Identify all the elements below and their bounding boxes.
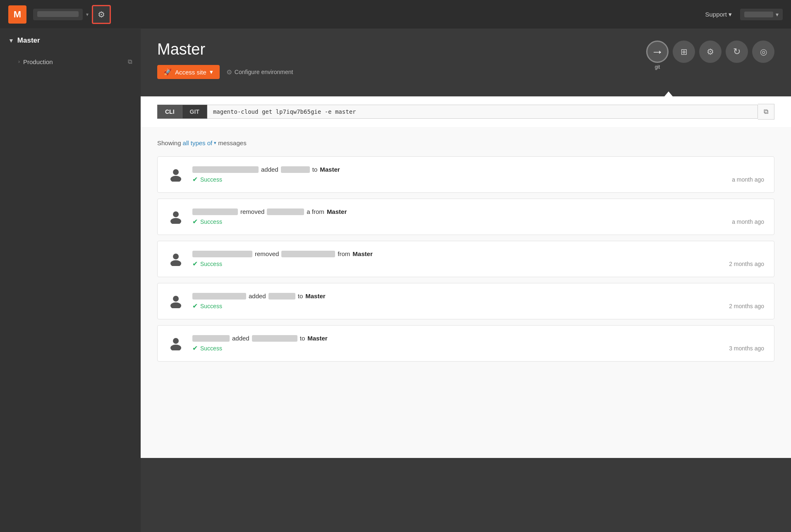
- settings-button[interactable]: ⚙: [92, 5, 111, 24]
- nav-project-name[interactable]: [33, 9, 83, 20]
- top-nav: M ▾ ⚙ Support ▾ ▾: [0, 0, 791, 29]
- activity-status: ✔ Success 2 months ago: [192, 260, 764, 268]
- svg-point-8: [173, 338, 179, 344]
- activity-time: 2 months ago: [729, 261, 764, 267]
- activity-status: ✔ Success 2 months ago: [192, 302, 764, 310]
- main-layout: ▼ Master › Production ⧉ Master 🚀 Access …: [0, 29, 791, 532]
- production-chevron-icon: ›: [18, 59, 20, 65]
- configure-environment-button[interactable]: ⚙ Configure environment: [226, 68, 293, 76]
- sidebar-item-master[interactable]: ▼ Master: [0, 29, 141, 52]
- header-actions: 🚀 Access site ▾ ⚙ Configure environment: [157, 65, 293, 79]
- avatar: [168, 166, 184, 182]
- activity-time: a month ago: [732, 218, 764, 225]
- svg-point-6: [173, 296, 179, 302]
- user-redacted: [192, 335, 230, 342]
- copy-icon: ⧉: [764, 108, 768, 115]
- success-check-icon: ✔: [192, 302, 198, 310]
- activity-status: ✔ Success a month ago: [192, 218, 764, 225]
- access-site-button[interactable]: 🚀 Access site ▾: [157, 65, 220, 79]
- showing-label: Showing all types of ▾ messages: [157, 139, 774, 146]
- sidebar-item-production[interactable]: › Production ⧉: [0, 52, 141, 71]
- configure-gear-icon: ⚙: [226, 68, 232, 76]
- activity-row: removed from Master ✔ Success 2 months a…: [157, 241, 774, 277]
- git-icon-button[interactable]: → git: [646, 41, 669, 63]
- activity-time: 2 months ago: [729, 303, 764, 309]
- content-area: Master 🚀 Access site ▾ ⚙ Configure envir…: [141, 29, 791, 532]
- copy-button[interactable]: ⧉: [758, 104, 774, 120]
- svg-point-3: [170, 218, 181, 224]
- logo: M: [8, 5, 26, 24]
- target-redacted: [268, 293, 295, 300]
- messages-area: Showing all types of ▾ messages added: [141, 127, 791, 458]
- nav-right: Support ▾ ▾: [705, 9, 783, 20]
- nav-project: ▾: [33, 9, 89, 20]
- target-redacted: [281, 166, 310, 173]
- target-redacted: [281, 251, 335, 257]
- avatar: [168, 292, 184, 309]
- filter-dropdown-icon[interactable]: ▾: [214, 140, 216, 146]
- activity-status: ✔ Success 3 months ago: [192, 344, 764, 352]
- svg-point-7: [170, 302, 181, 308]
- activity-content: removed from Master ✔ Success 2 months a…: [192, 250, 764, 268]
- activity-row: added to Master ✔ Success a month ago: [157, 156, 774, 193]
- all-types-filter[interactable]: all types of: [183, 139, 213, 146]
- svg-point-1: [170, 176, 181, 182]
- activity-main-line: added to Master: [192, 166, 764, 173]
- sidebar-production-label: Production: [23, 58, 53, 65]
- gear-icon: ⚙: [98, 10, 105, 19]
- success-check-icon: ✔: [192, 260, 198, 268]
- tab-cli[interactable]: CLI: [157, 105, 182, 119]
- svg-point-9: [170, 345, 181, 350]
- activity-row: removed a from Master ✔ Success a month …: [157, 199, 774, 235]
- logo-letter: M: [14, 9, 21, 20]
- avatar: [168, 250, 184, 267]
- access-site-chevron: ▾: [210, 68, 213, 76]
- activity-time: 3 months ago: [729, 345, 764, 352]
- activity-main-line: added to Master: [192, 335, 764, 342]
- success-check-icon: ✔: [192, 344, 198, 352]
- svg-point-5: [170, 260, 181, 266]
- success-check-icon: ✔: [192, 218, 198, 225]
- activity-content: added to Master ✔ Success 2 months ago: [192, 292, 764, 310]
- activity-main-line: added to Master: [192, 292, 764, 300]
- arrow-right-icon: →: [651, 45, 664, 59]
- git-caret: [664, 91, 673, 96]
- target-redacted: [252, 335, 297, 342]
- git-label: git: [655, 64, 660, 70]
- svg-point-0: [173, 169, 179, 175]
- git-caret-area: [141, 79, 791, 96]
- camera-icon: ◎: [760, 47, 767, 57]
- user-menu[interactable]: ▾: [740, 9, 783, 20]
- svg-point-2: [173, 211, 179, 217]
- activity-time: a month ago: [732, 176, 764, 183]
- activity-row: added to Master ✔ Success 2 months ago: [157, 283, 774, 319]
- header-right-icons: → git ⊞ ⚙ ↻ ◎: [646, 41, 774, 63]
- user-redacted: [192, 293, 246, 300]
- user-redacted: [192, 166, 259, 173]
- camera-icon-button[interactable]: ◎: [752, 41, 774, 63]
- user-redacted: [192, 251, 252, 257]
- support-button[interactable]: Support ▾: [705, 11, 732, 18]
- layers-icon-button[interactable]: ⊞: [673, 41, 695, 63]
- nav-project-chevron[interactable]: ▾: [86, 12, 89, 17]
- activity-row: added to Master ✔ Success 3 months ago: [157, 325, 774, 362]
- sidebar-master-label: Master: [17, 36, 40, 45]
- layers-icon: ⊞: [681, 47, 688, 57]
- refresh-icon: ↻: [733, 46, 741, 57]
- activity-content: added to Master ✔ Success 3 months ago: [192, 335, 764, 352]
- cli-command-input[interactable]: [207, 105, 758, 119]
- activity-content: removed a from Master ✔ Success a month …: [192, 208, 764, 225]
- sidebar: ▼ Master › Production ⧉: [0, 29, 141, 532]
- cli-git-bar: CLI GIT ⧉: [141, 96, 791, 127]
- wrench-icon-button[interactable]: ⚙: [699, 41, 721, 63]
- header-left: Master 🚀 Access site ▾ ⚙ Configure envir…: [157, 41, 293, 79]
- user-redacted: [192, 208, 238, 215]
- tab-git[interactable]: GIT: [182, 105, 207, 119]
- content-header: Master 🚀 Access site ▾ ⚙ Configure envir…: [141, 29, 791, 79]
- activity-main-line: removed a from Master: [192, 208, 764, 215]
- refresh-icon-button[interactable]: ↻: [726, 41, 748, 63]
- target-redacted: [267, 208, 304, 215]
- activity-main-line: removed from Master: [192, 250, 764, 257]
- activity-content: added to Master ✔ Success a month ago: [192, 166, 764, 183]
- external-link-icon[interactable]: ⧉: [128, 58, 132, 65]
